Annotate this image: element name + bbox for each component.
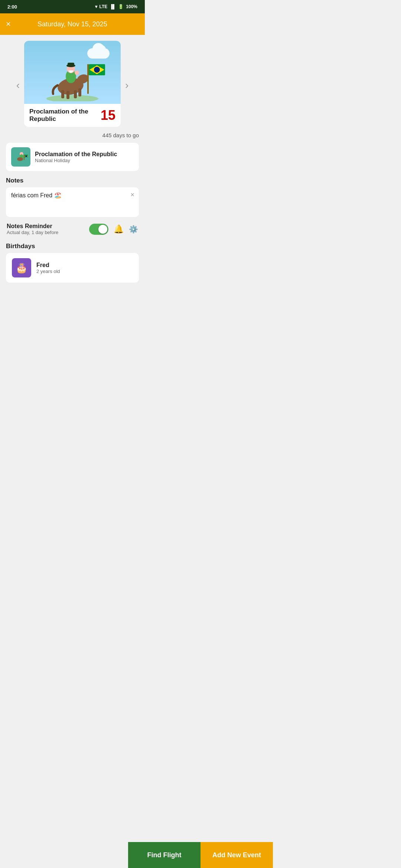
reminder-controls: 🔔 ⚙️ [89,224,138,235]
svg-rect-12 [87,64,89,94]
birthday-cake-icon: 🎂 [12,258,31,277]
svg-point-0 [46,95,98,101]
reminder-info: Notes Reminder Actual day, 1 day before [7,223,58,235]
signal-bars-icon: ▐▌ [110,4,116,9]
svg-point-11 [75,70,79,75]
next-arrow[interactable]: › [121,76,133,94]
signal-label: LTE [100,4,108,9]
card-image [24,41,121,104]
status-icons: ▾ LTE ▐▌ 🔋 100% [95,4,138,9]
battery-icon: 🔋 [118,4,124,9]
battery-label: 100% [126,4,137,9]
holiday-card: Proclamation of theRepublic 15 [24,41,121,127]
card-holiday-name: Proclamation of theRepublic [29,108,88,123]
holiday-info: Proclamation of the Republic National Ho… [35,151,117,163]
svg-point-23 [25,155,27,157]
svg-rect-10 [68,63,74,66]
prev-arrow[interactable]: ‹ [12,76,24,94]
holiday-name: Proclamation of the Republic [35,151,117,158]
notes-text: férias com Fred 🏖️ [11,192,134,199]
gear-icon[interactable]: ⚙️ [129,225,138,234]
close-button[interactable]: × [6,19,18,29]
svg-rect-20 [24,155,25,160]
birthday-card: 🎂 Fred 2 years old [6,253,139,283]
svg-rect-3 [61,90,64,98]
header-title: Saturday, Nov 15, 2025 [18,20,127,28]
birthday-age: 2 years old [36,269,60,274]
holiday-row-illustration [13,149,28,164]
status-bar: 2:00 ▾ LTE ▐▌ 🔋 100% [0,0,145,13]
reminder-row: Notes Reminder Actual day, 1 day before … [6,223,139,235]
notes-section-title: Notes [6,177,139,184]
svg-rect-4 [66,91,69,99]
birthday-name: Fred [36,262,60,269]
reminder-subtitle: Actual day, 1 day before [7,230,58,235]
bottom-spacer [6,290,139,323]
main-content: ‹ [0,35,145,329]
svg-rect-6 [78,88,81,96]
holiday-type: National Holiday [35,158,117,163]
holiday-row: Proclamation of the Republic National Ho… [6,143,139,171]
svg-point-15 [94,67,100,73]
reminder-toggle[interactable] [89,224,108,235]
card-nav-wrapper: ‹ [6,41,139,130]
card-bottom: Proclamation of theRepublic 15 [24,104,121,127]
reminder-title: Notes Reminder [7,223,58,230]
bell-icon[interactable]: 🔔 [114,224,124,234]
wifi-icon: ▾ [95,4,97,9]
header: × Saturday, Nov 15, 2025 [0,13,145,35]
cloud-decoration [87,48,110,59]
svg-point-19 [17,157,23,161]
holiday-row-icon [11,147,30,167]
time: 2:00 [7,4,17,10]
days-to-go: 445 days to go [6,132,139,138]
birthday-info: Fred 2 years old [36,262,60,274]
holiday-card-container: Proclamation of theRepublic 15 [24,41,121,130]
birthdays-section-title: Birthdays [6,243,139,250]
card-day-number: 15 [101,108,115,123]
notes-clear-button[interactable]: × [130,191,134,199]
birthdays-section: Birthdays 🎂 Fred 2 years old [6,243,139,283]
notes-box[interactable]: férias com Fred 🏖️ × [6,187,139,217]
svg-rect-5 [74,90,77,98]
